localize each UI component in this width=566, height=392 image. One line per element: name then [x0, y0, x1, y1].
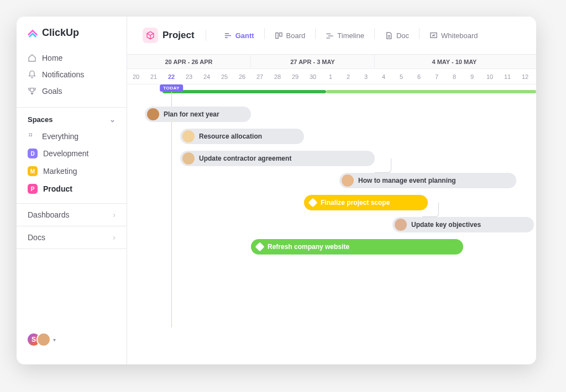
bell-icon	[28, 70, 36, 79]
avatar	[36, 332, 51, 347]
nav-label: Docs	[28, 233, 45, 242]
today-badge: TODAY	[160, 84, 183, 92]
assignee-avatar	[182, 152, 195, 165]
board-icon	[275, 31, 283, 40]
nav-label: Home	[42, 54, 62, 62]
tab-label: Doc	[396, 31, 409, 40]
divider	[374, 28, 375, 39]
gantt-task-bar[interactable]: Resource allocation	[180, 129, 304, 144]
day-header: 21	[145, 69, 163, 84]
day-header: 26	[233, 69, 251, 84]
tab-timeline[interactable]: Timeline	[320, 28, 370, 43]
nav-notifications[interactable]: Notifications	[22, 66, 121, 83]
day-header: 22	[163, 69, 180, 84]
nav-secondary: Dashboards › Docs ›	[17, 203, 127, 249]
day-header: 20	[127, 69, 145, 84]
day-header: 7	[428, 69, 446, 84]
task-label: Update contractor agreement	[199, 155, 291, 162]
tab-whiteboard[interactable]: Whiteboard	[424, 28, 483, 43]
week-header: 4 MAY - 10 MAY	[375, 55, 534, 68]
nav-goals[interactable]: Goals	[22, 83, 121, 99]
gantt-task-bar[interactable]: How to manage event planning	[339, 173, 516, 188]
gantt-task-bar[interactable]: Finalize project scope	[304, 195, 428, 210]
day-header: 12	[516, 69, 534, 84]
spaces-title: Spaces	[28, 115, 53, 124]
brand-name: ClickUp	[42, 27, 79, 39]
day-header: 1	[322, 69, 339, 84]
nav-dashboards[interactable]: Dashboards ›	[17, 204, 127, 226]
day-header: 8	[446, 69, 463, 84]
assignee-avatar	[182, 130, 195, 142]
day-header: 24	[198, 69, 216, 84]
day-header-row: 2021222324252627282930123456789101112	[127, 69, 536, 84]
brand-logo[interactable]: ClickUp	[17, 27, 127, 46]
whiteboard-icon	[429, 31, 438, 40]
gantt-task-bar[interactable]: Plan for next year	[145, 107, 251, 122]
assignee-avatar	[342, 174, 354, 187]
main-panel: Project Gantt Board	[127, 17, 536, 364]
task-label: Refresh company website	[268, 243, 349, 251]
milestone-icon	[255, 242, 265, 252]
task-label: Plan for next year	[164, 110, 219, 118]
week-header: 20 APR - 26 APR	[127, 55, 251, 68]
space-development[interactable]: D Development	[17, 145, 127, 162]
progress-complete	[163, 90, 326, 93]
tab-doc[interactable]: Doc	[379, 28, 415, 43]
gantt-task-bar[interactable]: Refresh company website	[251, 239, 463, 255]
presence-bar[interactable]: S ▾	[17, 325, 127, 354]
topbar: Project Gantt Board	[127, 17, 536, 55]
divider	[315, 28, 316, 39]
space-label: Everything	[42, 132, 78, 141]
trophy-icon	[28, 87, 36, 96]
day-header: 4	[375, 69, 392, 84]
chevron-right-icon: ›	[113, 233, 116, 242]
nav-home[interactable]: Home	[22, 50, 121, 66]
day-header: 29	[286, 69, 304, 84]
day-header: 28	[269, 69, 286, 84]
gantt-body[interactable]: TODAY Plan for next yearResource allocat…	[127, 84, 536, 327]
caret-down-icon: ▾	[53, 337, 56, 343]
day-header: 10	[481, 69, 499, 84]
spaces-header[interactable]: Spaces ⌄	[17, 107, 127, 128]
day-header: 5	[392, 69, 410, 84]
project-selector[interactable]: Project	[137, 24, 200, 46]
space-badge: M	[28, 166, 38, 176]
gantt-icon	[224, 31, 232, 40]
gantt-task-bar[interactable]: Update contractor agreement	[180, 151, 375, 166]
svg-point-2	[29, 135, 30, 136]
tab-label: Board	[286, 31, 306, 40]
svg-point-3	[31, 135, 32, 136]
space-label: Product	[43, 184, 72, 193]
day-header: 30	[304, 69, 322, 84]
divider	[206, 30, 206, 41]
day-header: 23	[180, 69, 198, 84]
sidebar: ClickUp Home Notifications Goals	[17, 17, 127, 364]
space-label: Development	[43, 149, 89, 158]
week-header-row: 20 APR - 26 APR27 APR - 3 MAY4 MAY - 10 …	[127, 55, 536, 69]
divider	[264, 28, 265, 39]
home-icon	[28, 54, 36, 62]
space-marketing[interactable]: M Marketing	[17, 162, 127, 180]
tab-label: Timeline	[337, 31, 364, 40]
tab-gantt[interactable]: Gantt	[218, 28, 260, 43]
nav-label: Notifications	[42, 70, 84, 79]
task-label: Resource allocation	[199, 133, 262, 140]
progress-remaining	[326, 90, 536, 93]
timeline-icon	[326, 31, 334, 40]
day-header: 27	[251, 69, 269, 84]
day-header: 3	[357, 69, 375, 84]
gantt-task-bar[interactable]: Update key objectives	[392, 217, 534, 232]
chevron-right-icon: ›	[113, 210, 116, 219]
nav-docs[interactable]: Docs ›	[17, 226, 127, 249]
day-header: 2	[339, 69, 357, 84]
tab-board[interactable]: Board	[269, 28, 311, 43]
space-product[interactable]: P Product	[17, 180, 127, 198]
app-window: ClickUp Home Notifications Goals	[17, 17, 536, 364]
dependency-line	[375, 158, 391, 173]
space-badge: P	[28, 184, 38, 194]
space-everything[interactable]: Everything	[17, 128, 127, 145]
day-header: 25	[216, 69, 233, 84]
chevron-down-icon: ⌄	[109, 115, 116, 124]
cube-icon	[143, 28, 158, 43]
task-label: Finalize project scope	[321, 199, 390, 206]
